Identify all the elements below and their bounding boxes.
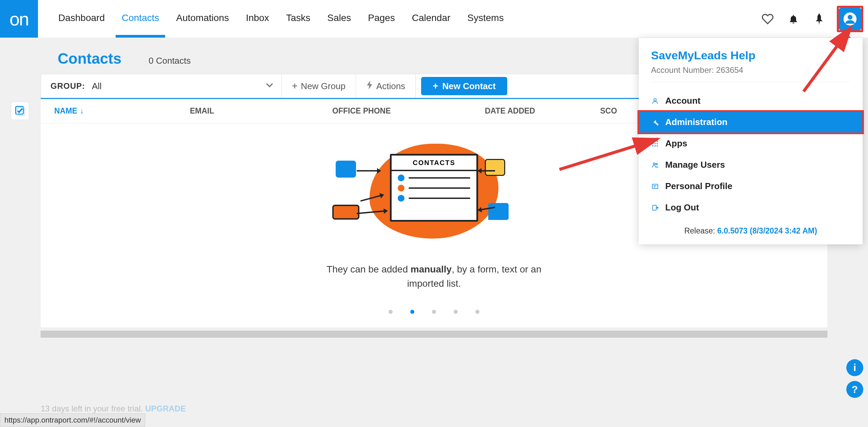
top-nav: on Dashboard Contacts Automations Inbox … — [0, 0, 868, 38]
new-group-label: New Group — [301, 81, 346, 92]
col-phone[interactable]: OFFICE PHONE — [332, 106, 485, 116]
menu-apps[interactable]: Apps — [639, 133, 863, 154]
svg-point-8 — [652, 143, 654, 144]
svg-point-12 — [654, 145, 656, 146]
horizontal-scrollbar[interactable] — [41, 331, 827, 338]
nav-automations[interactable]: Automations — [176, 13, 229, 25]
user-icon — [651, 97, 659, 105]
release-info: Release: 6.0.5073 (8/3/2024 3:42 AM) — [639, 218, 863, 238]
svg-point-13 — [657, 145, 658, 146]
svg-point-1 — [848, 15, 852, 19]
nav-contacts[interactable]: Contacts — [122, 13, 159, 25]
col-name[interactable]: NAME ↓ — [54, 106, 190, 116]
group-label: GROUP: — [51, 81, 85, 91]
illus-title: CONTACTS — [392, 156, 476, 171]
carousel-dots — [41, 291, 827, 321]
svg-point-14 — [653, 163, 655, 165]
trial-banner: 13 days left in your free trial. UPGRADE — [41, 404, 186, 413]
sort-arrow-icon: ↓ — [80, 106, 84, 116]
empty-illustration: CONTACTS — [336, 140, 532, 242]
page-title: Contacts — [58, 50, 121, 67]
heart-icon[interactable] — [762, 13, 774, 25]
nav-right — [762, 0, 868, 38]
menu-logout[interactable]: Log Out — [639, 197, 863, 218]
svg-point-15 — [656, 163, 657, 165]
col-score[interactable]: SCO — [600, 106, 641, 116]
dropdown-title: SaveMyLeads Help — [651, 49, 850, 62]
new-contact-button[interactable]: + New Contact — [421, 77, 507, 95]
info-button[interactable]: i — [846, 359, 863, 376]
actions-button[interactable]: Actions — [356, 74, 416, 98]
plus-icon: + — [292, 81, 297, 92]
nav-systems[interactable]: Systems — [467, 13, 504, 25]
svg-point-11 — [652, 145, 654, 146]
menu-label: Log Out — [665, 202, 699, 213]
svg-point-5 — [652, 141, 654, 142]
logout-icon — [651, 204, 659, 212]
upgrade-link[interactable]: UPGRADE — [145, 404, 186, 413]
nav-calendar[interactable]: Calendar — [412, 13, 451, 25]
new-contact-label: New Contact — [442, 81, 495, 92]
nav-tasks[interactable]: Tasks — [286, 13, 311, 25]
menu-label: Personal Profile — [665, 181, 732, 191]
account-number: Account Number: 263654 — [651, 65, 850, 75]
id-card-icon — [651, 182, 659, 190]
new-group-button[interactable]: + New Group — [282, 74, 356, 98]
svg-point-4 — [654, 98, 656, 101]
lightning-icon — [366, 81, 373, 92]
menu-manage-users[interactable]: Manage Users — [639, 154, 863, 176]
account-dropdown: SaveMyLeads Help Account Number: 263654 … — [639, 38, 863, 244]
plus-icon: + — [433, 81, 438, 92]
svg-point-6 — [654, 141, 656, 142]
col-date[interactable]: DATE ADDED — [485, 106, 600, 116]
group-select[interactable]: GROUP: All — [41, 74, 282, 98]
logo[interactable]: on — [0, 0, 38, 38]
nav-pages[interactable]: Pages — [368, 13, 395, 25]
menu-administration[interactable]: Administration — [639, 111, 863, 133]
account-menu-button[interactable] — [839, 8, 861, 30]
checklist-tab[interactable] — [11, 102, 29, 120]
dropdown-caret-icon — [840, 33, 851, 38]
carousel-dot[interactable] — [432, 310, 436, 314]
svg-point-9 — [654, 143, 656, 144]
help-button[interactable]: ? — [846, 381, 863, 398]
contact-count: 0 Contacts — [149, 56, 191, 66]
release-link[interactable]: 6.0.5073 (8/3/2024 3:42 AM) — [717, 226, 817, 235]
svg-rect-19 — [653, 205, 656, 210]
menu-label: Account — [665, 96, 701, 106]
col-email[interactable]: EMAIL — [190, 106, 332, 116]
bell-icon[interactable] — [787, 13, 800, 25]
users-icon — [651, 161, 659, 169]
actions-label: Actions — [376, 81, 405, 92]
col-name-label: NAME — [54, 106, 77, 116]
svg-point-10 — [657, 143, 658, 144]
group-value: All — [92, 81, 102, 92]
svg-rect-16 — [652, 184, 658, 188]
nav-sales[interactable]: Sales — [327, 13, 351, 25]
chevron-down-icon — [266, 83, 273, 89]
carousel-dot[interactable] — [410, 310, 414, 314]
menu-personal-profile[interactable]: Personal Profile — [639, 176, 863, 197]
svg-point-7 — [657, 141, 658, 142]
menu-label: Apps — [665, 138, 687, 149]
menu-label: Administration — [665, 117, 727, 127]
carousel-dot[interactable] — [475, 310, 479, 314]
wrench-icon — [651, 118, 659, 126]
carousel-dot[interactable] — [454, 310, 458, 314]
pin-icon[interactable] — [813, 13, 825, 25]
empty-text: They can be added manually, by a form, t… — [315, 262, 553, 291]
menu-account[interactable]: Account — [639, 90, 863, 111]
grid-icon — [651, 140, 659, 148]
nav-dashboard[interactable]: Dashboard — [58, 13, 105, 25]
dropdown-header: SaveMyLeads Help Account Number: 263654 — [651, 49, 850, 82]
nav-items: Dashboard Contacts Automations Inbox Tas… — [38, 0, 762, 38]
menu-label: Manage Users — [665, 160, 725, 170]
status-bar-url: https://app.ontraport.com/#!/account/vie… — [0, 413, 145, 427]
carousel-dot[interactable] — [389, 310, 393, 314]
nav-inbox[interactable]: Inbox — [246, 13, 269, 25]
